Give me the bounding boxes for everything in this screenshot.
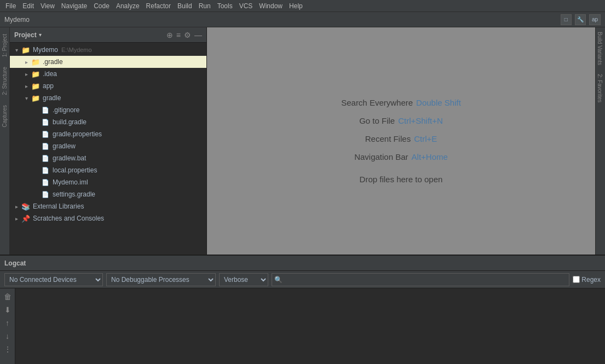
shortcut-goto-file: Ctrl+Shift+N bbox=[398, 116, 443, 125]
tree-item-app[interactable]: ▸ 📁 app bbox=[10, 80, 206, 92]
label-gradle-properties: gradle.properties bbox=[53, 130, 102, 138]
folder-icon-mydemo: 📁 bbox=[21, 45, 31, 55]
sidebar-tab-structure[interactable]: 2: Structure bbox=[1, 62, 9, 100]
file-icon-build-gradle: 📄 bbox=[41, 117, 50, 127]
label-idea: .idea bbox=[43, 70, 57, 78]
hint-search-everywhere: Search Everywhere Double Shift bbox=[341, 98, 461, 107]
shortcut-recent-files: Ctrl+E bbox=[414, 134, 437, 143]
hint-goto-file: Go to File Ctrl+Shift+N bbox=[359, 116, 443, 125]
logcat-panel: Logcat No Connected Devices No Debuggabl… bbox=[0, 255, 605, 364]
menu-build[interactable]: Build bbox=[174, 2, 195, 10]
menu-code[interactable]: Code bbox=[90, 2, 113, 10]
folder-icon-gradle: 📁 bbox=[31, 93, 41, 103]
label-scratches: Scratches and Consoles bbox=[33, 215, 104, 222]
file-icon-local-properties: 📄 bbox=[41, 165, 50, 175]
label-gradlew: gradlew bbox=[53, 142, 76, 150]
tree-item-scratches[interactable]: ▸ 📌 Scratches and Consoles bbox=[10, 212, 206, 224]
shortcut-nav-bar: Alt+Home bbox=[412, 152, 448, 161]
regex-checkbox[interactable] bbox=[573, 276, 580, 283]
tree-item-external-libs[interactable]: ▸ 📚 External Libraries bbox=[10, 200, 206, 212]
log-level-selector[interactable]: Verbose Debug Info Warn Error bbox=[219, 273, 268, 286]
arrow-gradle: ▾ bbox=[22, 95, 31, 101]
title-bar-icons: □ 🔧 ap bbox=[561, 14, 601, 25]
label-build-gradle: build.gradle bbox=[53, 118, 87, 126]
project-add-icon[interactable]: ⊕ bbox=[166, 31, 173, 39]
menu-edit[interactable]: Edit bbox=[19, 2, 37, 10]
hint-search-text: Search Everywhere bbox=[341, 98, 413, 107]
logcat-side-icons: 🗑 ⬇ ↑ ↓ ⋮ bbox=[0, 288, 15, 364]
tree-item-idea[interactable]: ▸ 📁 .idea bbox=[10, 68, 206, 80]
arrow-gradle-hidden: ▸ bbox=[22, 59, 31, 65]
menu-navigate[interactable]: Navigate bbox=[58, 2, 90, 10]
icon-scratches: 📌 bbox=[21, 213, 31, 223]
file-icon-gradlew: 📄 bbox=[41, 141, 50, 151]
arrow-scratches: ▸ bbox=[12, 216, 21, 222]
scroll-end-icon[interactable]: ⬇ bbox=[2, 304, 14, 316]
scroll-down-icon[interactable]: ↓ bbox=[2, 330, 14, 342]
tree-item-gradle-hidden[interactable]: ▸ 📁 .gradle bbox=[10, 56, 206, 68]
project-settings-icon[interactable]: ⚙ bbox=[184, 31, 191, 39]
menu-run[interactable]: Run bbox=[195, 2, 214, 10]
shortcut-search-everywhere: Double Shift bbox=[416, 98, 461, 107]
device-selector[interactable]: No Connected Devices bbox=[4, 273, 103, 286]
editor-area: Search Everywhere Double Shift Go to Fil… bbox=[207, 27, 595, 255]
project-panel: Project ▾ ⊕ ≡ ⚙ — ▾ 📁 Mydemo E:\Mydemo bbox=[10, 27, 207, 255]
menu-tools[interactable]: Tools bbox=[214, 2, 236, 10]
tree-item-settings-gradle[interactable]: 📄 settings.gradle bbox=[10, 188, 206, 200]
file-icon-gradlew-bat: 📄 bbox=[41, 153, 50, 163]
clear-log-icon[interactable]: 🗑 bbox=[2, 291, 14, 303]
more-icon[interactable]: ⋮ bbox=[2, 343, 14, 355]
menu-help[interactable]: Help bbox=[286, 2, 306, 10]
hint-goto-text: Go to File bbox=[359, 116, 395, 125]
label-mydemo-iml: Mydemo.iml bbox=[53, 178, 88, 186]
middle-section: 1: Project 2: Structure Captures Project… bbox=[0, 27, 605, 255]
label-settings-gradle: settings.gradle bbox=[53, 190, 95, 198]
arrow-idea: ▸ bbox=[22, 71, 31, 77]
label-gradlew-bat: gradlew.bat bbox=[53, 154, 86, 162]
sidebar-tab-project[interactable]: 1: Project bbox=[1, 30, 9, 61]
logcat-log-area bbox=[15, 288, 605, 364]
tree-item-gradle[interactable]: ▾ 📁 gradle bbox=[10, 92, 206, 104]
menu-refactor[interactable]: Refactor bbox=[143, 2, 174, 10]
folder-icon-idea: 📁 bbox=[31, 69, 41, 79]
menu-file[interactable]: File bbox=[2, 2, 19, 10]
icon-external-libs: 📚 bbox=[21, 201, 31, 211]
logcat-toolbar: No Connected Devices No Debuggable Proce… bbox=[0, 271, 605, 288]
process-selector[interactable]: No Debuggable Processes bbox=[106, 273, 216, 286]
logcat-title: Logcat bbox=[4, 259, 26, 267]
project-dropdown-arrow[interactable]: ▾ bbox=[39, 32, 42, 38]
sidebar-tab-favorites[interactable]: 2: Favorites bbox=[596, 70, 604, 107]
logcat-search-input[interactable] bbox=[272, 273, 569, 286]
label-app: app bbox=[43, 82, 54, 90]
regex-checkbox-label[interactable]: Regex bbox=[573, 276, 601, 284]
app-icon[interactable]: ap bbox=[589, 14, 601, 25]
tree-item-build-gradle[interactable]: 📄 build.gradle bbox=[10, 116, 206, 128]
logcat-content: 🗑 ⬇ ↑ ↓ ⋮ bbox=[0, 288, 605, 364]
tree-item-gradlew-bat[interactable]: 📄 gradlew.bat bbox=[10, 152, 206, 164]
label-gradle-hidden: .gradle bbox=[43, 58, 63, 66]
tree-item-gitignore[interactable]: 📄 .gitignore bbox=[10, 104, 206, 116]
restore-icon[interactable]: □ bbox=[561, 14, 572, 25]
folder-icon-app: 📁 bbox=[31, 81, 41, 91]
tree-item-mydemo-iml[interactable]: 📄 Mydemo.iml bbox=[10, 176, 206, 188]
menu-view[interactable]: View bbox=[37, 2, 58, 10]
project-header-icons: ⊕ ≡ ⚙ — bbox=[166, 31, 202, 39]
label-local-properties: local.properties bbox=[53, 166, 97, 174]
label-gitignore: .gitignore bbox=[53, 106, 79, 114]
tree-item-mydemo[interactable]: ▾ 📁 Mydemo E:\Mydemo bbox=[10, 44, 206, 56]
label-gradle: gradle bbox=[43, 94, 61, 102]
sidebar-tab-build-variants[interactable]: Build Variants bbox=[596, 27, 604, 70]
project-layout-icon[interactable]: ≡ bbox=[176, 31, 181, 39]
menu-vcs[interactable]: VCS bbox=[236, 2, 256, 10]
tools-icon[interactable]: 🔧 bbox=[575, 14, 586, 25]
tree-item-gradle-properties[interactable]: 📄 gradle.properties bbox=[10, 128, 206, 140]
scroll-up-icon[interactable]: ↑ bbox=[2, 317, 14, 329]
project-minimize-icon[interactable]: — bbox=[194, 31, 202, 39]
menu-analyze[interactable]: Analyze bbox=[113, 2, 143, 10]
tree-item-local-properties[interactable]: 📄 local.properties bbox=[10, 164, 206, 176]
menu-window[interactable]: Window bbox=[256, 2, 286, 10]
tree-item-gradlew[interactable]: 📄 gradlew bbox=[10, 140, 206, 152]
sidebar-tab-captures[interactable]: Captures bbox=[1, 101, 9, 132]
hint-nav-text: Navigation Bar bbox=[354, 152, 408, 161]
file-icon-mydemo-iml: 📄 bbox=[41, 177, 50, 187]
